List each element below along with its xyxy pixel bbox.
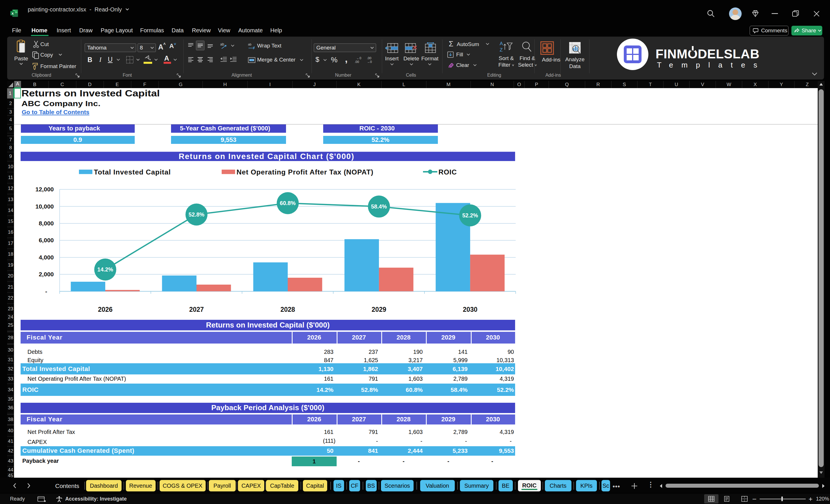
svg-text:58.4%: 58.4% <box>371 203 387 210</box>
svg-text:60.8%: 60.8% <box>280 200 295 206</box>
svg-text:x: x <box>11 11 14 15</box>
svg-text:52.8%: 52.8% <box>189 211 204 218</box>
svg-text:Returns on Invested Capital Ch: Returns on Invested Capital Chart ($'000… <box>179 152 355 161</box>
svg-text:14.2%: 14.2% <box>97 266 113 273</box>
svg-text:.00: .00 <box>367 56 371 60</box>
svg-text:ab: ab <box>248 43 251 46</box>
svg-text:A: A <box>500 41 503 46</box>
svg-text:2027: 2027 <box>189 306 204 313</box>
svg-text:Z: Z <box>500 47 503 53</box>
svg-text:2,000: 2,000 <box>39 271 54 278</box>
svg-text:6,000: 6,000 <box>39 237 54 244</box>
svg-text:2029: 2029 <box>372 306 386 313</box>
svg-text:8,000: 8,000 <box>39 220 54 226</box>
svg-text:2026: 2026 <box>98 306 113 313</box>
svg-text:←0: ←0 <box>356 56 361 60</box>
svg-text:-: - <box>45 288 47 295</box>
svg-text:12,000: 12,000 <box>35 186 54 192</box>
svg-text:2030: 2030 <box>463 306 477 313</box>
svg-text:4,000: 4,000 <box>39 254 54 260</box>
svg-text:Total Invested Capital: Total Invested Capital <box>94 168 171 176</box>
svg-text:2028: 2028 <box>280 306 295 313</box>
svg-text:52.2%: 52.2% <box>462 212 478 219</box>
svg-text:→0: →0 <box>367 60 372 63</box>
svg-text:ab: ab <box>220 42 224 46</box>
svg-text:.00: .00 <box>355 60 359 63</box>
svg-text:ROIC: ROIC <box>439 168 457 176</box>
svg-text:10,000: 10,000 <box>35 203 54 210</box>
svg-text:Net Operating Profit After Tax: Net Operating Profit After Tax (NOPAT) <box>236 168 374 176</box>
